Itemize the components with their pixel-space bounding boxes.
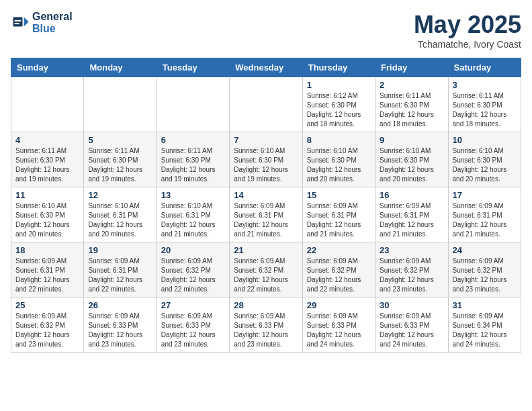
day-info: Sunrise: 6:09 AM Sunset: 6:31 PM Dayligh…	[88, 257, 152, 294]
calendar-week-row: 1Sunrise: 6:12 AM Sunset: 6:30 PM Daylig…	[11, 77, 521, 132]
svg-rect-3	[15, 20, 21, 21]
day-number: 16	[380, 190, 443, 200]
calendar-cell: 16Sunrise: 6:09 AM Sunset: 6:31 PM Dayli…	[375, 187, 448, 242]
calendar-cell: 1Sunrise: 6:12 AM Sunset: 6:30 PM Daylig…	[302, 77, 375, 132]
day-number: 27	[161, 300, 225, 310]
calendar-cell: 26Sunrise: 6:09 AM Sunset: 6:33 PM Dayli…	[84, 298, 157, 353]
calendar-cell: 30Sunrise: 6:09 AM Sunset: 6:33 PM Dayli…	[375, 298, 448, 353]
day-info: Sunrise: 6:10 AM Sunset: 6:30 PM Dayligh…	[453, 146, 517, 184]
calendar-day-header: Monday	[84, 58, 157, 77]
svg-rect-2	[13, 17, 23, 27]
day-number: 26	[88, 300, 152, 310]
day-number: 7	[234, 135, 298, 145]
calendar-cell: 19Sunrise: 6:09 AM Sunset: 6:31 PM Dayli…	[84, 242, 157, 298]
calendar-cell: 3Sunrise: 6:11 AM Sunset: 6:30 PM Daylig…	[448, 77, 521, 132]
day-info: Sunrise: 6:10 AM Sunset: 6:30 PM Dayligh…	[234, 146, 298, 184]
logo-text: General Blue	[32, 11, 73, 35]
day-number: 3	[453, 80, 517, 90]
calendar-cell: 29Sunrise: 6:09 AM Sunset: 6:33 PM Dayli…	[302, 298, 375, 353]
day-number: 11	[15, 190, 79, 200]
calendar-cell: 4Sunrise: 6:11 AM Sunset: 6:30 PM Daylig…	[11, 132, 84, 187]
calendar-table: SundayMondayTuesdayWednesdayThursdayFrid…	[11, 58, 521, 353]
day-number: 14	[234, 190, 298, 200]
calendar-cell: 25Sunrise: 6:09 AM Sunset: 6:32 PM Dayli…	[11, 298, 84, 353]
day-info: Sunrise: 6:09 AM Sunset: 6:32 PM Dayligh…	[234, 257, 298, 294]
calendar-cell: 6Sunrise: 6:11 AM Sunset: 6:30 PM Daylig…	[157, 132, 229, 187]
day-info: Sunrise: 6:10 AM Sunset: 6:30 PM Dayligh…	[15, 201, 79, 239]
day-info: Sunrise: 6:09 AM Sunset: 6:32 PM Dayligh…	[380, 257, 443, 294]
day-info: Sunrise: 6:09 AM Sunset: 6:31 PM Dayligh…	[15, 257, 79, 294]
day-info: Sunrise: 6:10 AM Sunset: 6:31 PM Dayligh…	[161, 201, 225, 239]
day-info: Sunrise: 6:10 AM Sunset: 6:30 PM Dayligh…	[307, 146, 371, 184]
calendar-cell: 20Sunrise: 6:09 AM Sunset: 6:32 PM Dayli…	[157, 242, 229, 298]
day-info: Sunrise: 6:09 AM Sunset: 6:31 PM Dayligh…	[380, 201, 443, 239]
day-number: 25	[15, 300, 79, 310]
calendar-cell: 21Sunrise: 6:09 AM Sunset: 6:32 PM Dayli…	[230, 242, 302, 298]
calendar-cell: 17Sunrise: 6:09 AM Sunset: 6:31 PM Dayli…	[448, 187, 521, 242]
day-info: Sunrise: 6:09 AM Sunset: 6:32 PM Dayligh…	[453, 257, 517, 294]
day-number: 29	[307, 300, 371, 310]
calendar-day-header: Thursday	[302, 58, 375, 77]
day-number: 5	[88, 135, 152, 145]
day-info: Sunrise: 6:11 AM Sunset: 6:30 PM Dayligh…	[161, 146, 225, 184]
day-number: 18	[15, 245, 79, 255]
calendar-cell	[230, 77, 302, 132]
page-header: General Blue May 2025 Tchamatche, Ivory …	[11, 11, 521, 50]
day-number: 8	[307, 135, 371, 145]
calendar-cell: 7Sunrise: 6:10 AM Sunset: 6:30 PM Daylig…	[230, 132, 302, 187]
day-info: Sunrise: 6:11 AM Sunset: 6:30 PM Dayligh…	[380, 91, 443, 129]
day-info: Sunrise: 6:09 AM Sunset: 6:32 PM Dayligh…	[161, 257, 225, 294]
day-number: 21	[234, 245, 298, 255]
calendar-cell: 23Sunrise: 6:09 AM Sunset: 6:32 PM Dayli…	[375, 242, 448, 298]
day-number: 31	[453, 300, 517, 310]
day-info: Sunrise: 6:09 AM Sunset: 6:33 PM Dayligh…	[88, 312, 152, 349]
calendar-cell: 11Sunrise: 6:10 AM Sunset: 6:30 PM Dayli…	[11, 187, 84, 242]
day-info: Sunrise: 6:09 AM Sunset: 6:32 PM Dayligh…	[15, 312, 79, 349]
calendar-cell: 24Sunrise: 6:09 AM Sunset: 6:32 PM Dayli…	[448, 242, 521, 298]
calendar-cell: 2Sunrise: 6:11 AM Sunset: 6:30 PM Daylig…	[375, 77, 448, 132]
day-info: Sunrise: 6:10 AM Sunset: 6:30 PM Dayligh…	[380, 146, 443, 184]
calendar-week-row: 11Sunrise: 6:10 AM Sunset: 6:30 PM Dayli…	[11, 187, 521, 242]
calendar-cell: 13Sunrise: 6:10 AM Sunset: 6:31 PM Dayli…	[157, 187, 229, 242]
title-block: May 2025 Tchamatche, Ivory Coast	[414, 11, 521, 50]
day-number: 20	[161, 245, 225, 255]
day-number: 13	[161, 190, 225, 200]
day-number: 28	[234, 300, 298, 310]
calendar-week-row: 25Sunrise: 6:09 AM Sunset: 6:32 PM Dayli…	[11, 298, 521, 353]
day-number: 2	[380, 80, 443, 90]
day-info: Sunrise: 6:11 AM Sunset: 6:30 PM Dayligh…	[88, 146, 152, 184]
month-year-title: May 2025	[414, 11, 521, 39]
calendar-cell: 8Sunrise: 6:10 AM Sunset: 6:30 PM Daylig…	[302, 132, 375, 187]
calendar-cell	[11, 77, 84, 132]
calendar-cell: 15Sunrise: 6:09 AM Sunset: 6:31 PM Dayli…	[302, 187, 375, 242]
day-number: 1	[307, 80, 371, 90]
calendar-cell: 31Sunrise: 6:09 AM Sunset: 6:34 PM Dayli…	[448, 298, 521, 353]
day-number: 23	[380, 245, 443, 255]
day-info: Sunrise: 6:09 AM Sunset: 6:34 PM Dayligh…	[453, 312, 517, 349]
day-number: 24	[453, 245, 517, 255]
day-info: Sunrise: 6:09 AM Sunset: 6:33 PM Dayligh…	[161, 312, 225, 349]
day-info: Sunrise: 6:09 AM Sunset: 6:32 PM Dayligh…	[307, 257, 371, 294]
day-info: Sunrise: 6:10 AM Sunset: 6:31 PM Dayligh…	[88, 201, 152, 239]
day-info: Sunrise: 6:09 AM Sunset: 6:31 PM Dayligh…	[234, 201, 298, 239]
calendar-cell: 12Sunrise: 6:10 AM Sunset: 6:31 PM Dayli…	[84, 187, 157, 242]
day-number: 30	[380, 300, 443, 310]
calendar-cell	[84, 77, 157, 132]
day-info: Sunrise: 6:11 AM Sunset: 6:30 PM Dayligh…	[15, 146, 79, 184]
svg-rect-4	[15, 23, 19, 24]
location-subtitle: Tchamatche, Ivory Coast	[414, 39, 521, 50]
calendar-day-header: Tuesday	[157, 58, 229, 77]
day-info: Sunrise: 6:11 AM Sunset: 6:30 PM Dayligh…	[453, 91, 517, 129]
calendar-day-header: Friday	[375, 58, 448, 77]
day-number: 12	[88, 190, 152, 200]
calendar-week-row: 4Sunrise: 6:11 AM Sunset: 6:30 PM Daylig…	[11, 132, 521, 187]
day-number: 22	[307, 245, 371, 255]
calendar-cell: 5Sunrise: 6:11 AM Sunset: 6:30 PM Daylig…	[84, 132, 157, 187]
day-info: Sunrise: 6:09 AM Sunset: 6:33 PM Dayligh…	[380, 312, 443, 349]
day-info: Sunrise: 6:12 AM Sunset: 6:30 PM Dayligh…	[307, 91, 371, 129]
calendar-cell: 14Sunrise: 6:09 AM Sunset: 6:31 PM Dayli…	[230, 187, 302, 242]
day-info: Sunrise: 6:09 AM Sunset: 6:33 PM Dayligh…	[234, 312, 298, 349]
calendar-cell: 22Sunrise: 6:09 AM Sunset: 6:32 PM Dayli…	[302, 242, 375, 298]
calendar-cell: 10Sunrise: 6:10 AM Sunset: 6:30 PM Dayli…	[448, 132, 521, 187]
calendar-cell: 28Sunrise: 6:09 AM Sunset: 6:33 PM Dayli…	[230, 298, 302, 353]
